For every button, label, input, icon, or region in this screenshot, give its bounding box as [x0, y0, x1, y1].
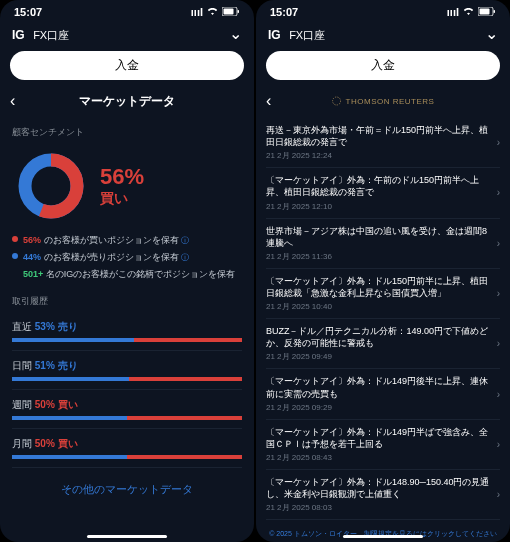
- history-row: 週間 50% 買い: [12, 390, 242, 429]
- svg-rect-6: [480, 9, 490, 15]
- chevron-down-icon[interactable]: ⌄: [485, 24, 498, 43]
- history-list: 直近 53% 売り日間 51% 売り週間 50% 買い月間 50% 買い: [0, 312, 254, 468]
- home-indicator[interactable]: [343, 535, 423, 538]
- signal-icon: ıııl: [447, 6, 459, 18]
- page-header: ‹ マーケットデータ: [0, 84, 254, 118]
- legend-buy: 56% のお客様が買いポジションを保有ⓘ: [12, 233, 242, 248]
- news-title: 〔マーケットアイ〕外為：ドル149円半ばで強含み、全国ＣＰＩは予想を若干上回る: [266, 426, 491, 450]
- svg-rect-2: [238, 10, 240, 13]
- news-list: 再送－東京外為市場・午前＝ドル150円前半へ上昇、植田日銀総裁の発言で21 2月…: [256, 118, 510, 525]
- news-item[interactable]: 〔マーケットアイ〕外為：ドル149円半ばで強含み、全国ＣＰＩは予想を若干上回る2…: [266, 420, 500, 470]
- sentiment-chart: 56% 買い: [0, 143, 254, 229]
- history-bar: [12, 416, 242, 420]
- chevron-right-icon: ›: [497, 439, 500, 450]
- sentiment-section-label: 顧客センチメント: [0, 118, 254, 143]
- news-title: 再送－東京外為市場・午前＝ドル150円前半へ上昇、植田日銀総裁の発言で: [266, 124, 491, 148]
- info-icon[interactable]: ⓘ: [181, 236, 189, 245]
- signal-icon: ıııl: [191, 6, 203, 18]
- news-title: BUZZ－ドル／円テクニカル分析：149.00円で下値めどか、反発の可能性に警戒…: [266, 325, 491, 349]
- page-title: マーケットデータ: [79, 93, 175, 110]
- status-icons: ıııl: [191, 6, 240, 18]
- news-time: 21 2月 2025 09:29: [266, 402, 491, 413]
- history-row: 月間 50% 買い: [12, 429, 242, 468]
- deposit-button[interactable]: 入金: [266, 51, 500, 80]
- news-title: 〔マーケットアイ〕外為：ドル150円前半に上昇、植田日銀総裁「急激な金利上昇なら…: [266, 275, 491, 299]
- news-item[interactable]: 〔マーケットアイ〕外為：ドル149円後半に上昇、連休前に実需の売買も21 2月 …: [266, 369, 500, 419]
- history-label: 日間 51% 売り: [12, 359, 242, 373]
- ig-logo: IG: [12, 28, 25, 42]
- news-item[interactable]: 〔マーケットアイ〕外為：ドル148.90─150.40円の見通し、米金利や日銀観…: [266, 470, 500, 520]
- ig-header: IG FX口座 ⌄: [256, 20, 510, 47]
- sentiment-donut: [16, 151, 86, 221]
- news-item[interactable]: 再送－東京外為市場・午前＝ドル150円前半へ上昇、植田日銀総裁の発言で21 2月…: [266, 118, 500, 168]
- phone-left: 15:07 ıııl IG FX口座 ⌄ 入金 ‹ マーケットデータ 顧客センチ…: [0, 0, 254, 542]
- history-bar: [12, 377, 242, 381]
- svg-point-8: [333, 97, 341, 105]
- news-item[interactable]: BUZZ－ドル／円テクニカル分析：149.00円で下値めどか、反発の可能性に警戒…: [266, 319, 500, 369]
- news-time: 21 2月 2025 08:03: [266, 502, 491, 513]
- history-row: 日間 51% 売り: [12, 351, 242, 390]
- news-time: 21 2月 2025 11:36: [266, 251, 491, 262]
- news-item[interactable]: 〔マーケットアイ〕外為：ドル150円前半に上昇、植田日銀総裁「急激な金利上昇なら…: [266, 269, 500, 319]
- news-time: 21 2月 2025 12:24: [266, 150, 491, 161]
- history-bar: [12, 338, 242, 342]
- info-icon[interactable]: ⓘ: [181, 253, 189, 262]
- account-type: FX口座: [33, 29, 69, 41]
- news-title: 世界市場－アジア株は中国の追い風を受け、金は週間8連騰へ: [266, 225, 491, 249]
- phone-right: 15:07 ıııl IG FX口座 ⌄ 入金 ‹ THOMSON REUTER…: [256, 0, 510, 542]
- chevron-down-icon[interactable]: ⌄: [229, 24, 242, 43]
- chevron-right-icon: ›: [497, 137, 500, 148]
- news-item[interactable]: 〔マーケットアイ〕外為：午前のドル150円前半へ上昇、植田日銀総裁の発言で21 …: [266, 168, 500, 218]
- status-time: 15:07: [270, 6, 298, 18]
- chevron-right-icon: ›: [497, 389, 500, 400]
- news-time: 21 2月 2025 12:10: [266, 201, 491, 212]
- news-time: 21 2月 2025 09:49: [266, 351, 491, 362]
- ig-logo: IG: [268, 28, 281, 42]
- history-row: 直近 53% 売り: [12, 312, 242, 351]
- status-icons: ıııl: [447, 6, 496, 18]
- dot-icon: [12, 253, 18, 259]
- status-time: 15:07: [14, 6, 42, 18]
- news-title: 〔マーケットアイ〕外為：ドル148.90─150.40円の見通し、米金利や日銀観…: [266, 476, 491, 500]
- dot-icon: [12, 270, 18, 276]
- reuters-logo: THOMSON REUTERS: [332, 96, 435, 106]
- sentiment-value: 56% 買い: [100, 164, 144, 208]
- sentiment-direction: 買い: [100, 190, 144, 208]
- chevron-right-icon: ›: [497, 338, 500, 349]
- status-bar: 15:07 ıııl: [0, 0, 254, 20]
- svg-rect-7: [494, 10, 496, 13]
- history-label: 週間 50% 買い: [12, 398, 242, 412]
- back-icon[interactable]: ‹: [10, 92, 15, 110]
- ig-header: IG FX口座 ⌄: [0, 20, 254, 47]
- battery-icon: [478, 6, 496, 18]
- news-title: 〔マーケットアイ〕外為：ドル149円後半に上昇、連休前に実需の売買も: [266, 375, 491, 399]
- account-label[interactable]: IG FX口座: [268, 25, 325, 43]
- sentiment-pct: 56%: [100, 164, 144, 190]
- history-label: 直近 53% 売り: [12, 320, 242, 334]
- wifi-icon: [462, 6, 475, 18]
- chevron-right-icon: ›: [497, 187, 500, 198]
- account-label[interactable]: IG FX口座: [12, 25, 69, 43]
- legend-count: 501+ 名のIGのお客様がこの銘柄でポジションを保有: [12, 267, 242, 281]
- deposit-button[interactable]: 入金: [10, 51, 244, 80]
- news-time: 21 2月 2025 10:40: [266, 301, 491, 312]
- sentiment-legend: 56% のお客様が買いポジションを保有ⓘ 44% のお客様が売りポジションを保有…: [0, 229, 254, 287]
- svg-rect-1: [224, 9, 234, 15]
- chevron-right-icon: ›: [497, 288, 500, 299]
- history-label: 月間 50% 買い: [12, 437, 242, 451]
- legend-sell: 44% のお客様が売りポジションを保有ⓘ: [12, 250, 242, 265]
- dot-icon: [12, 236, 18, 242]
- more-data-link[interactable]: その他のマーケットデータ: [0, 468, 254, 511]
- wifi-icon: [206, 6, 219, 18]
- news-time: 21 2月 2025 08:43: [266, 452, 491, 463]
- copyright-link[interactable]: © 2025 トムソン・ロイター。制限規定を見るにはクリックしてください: [256, 525, 510, 542]
- chevron-right-icon: ›: [497, 489, 500, 500]
- back-icon[interactable]: ‹: [266, 92, 271, 110]
- history-section-label: 取引履歴: [0, 287, 254, 312]
- status-bar: 15:07 ıııl: [256, 0, 510, 20]
- chevron-right-icon: ›: [497, 238, 500, 249]
- home-indicator[interactable]: [87, 535, 167, 538]
- news-item[interactable]: 世界市場－アジア株は中国の追い風を受け、金は週間8連騰へ21 2月 2025 1…: [266, 219, 500, 269]
- page-header: ‹ THOMSON REUTERS: [256, 84, 510, 118]
- history-bar: [12, 455, 242, 459]
